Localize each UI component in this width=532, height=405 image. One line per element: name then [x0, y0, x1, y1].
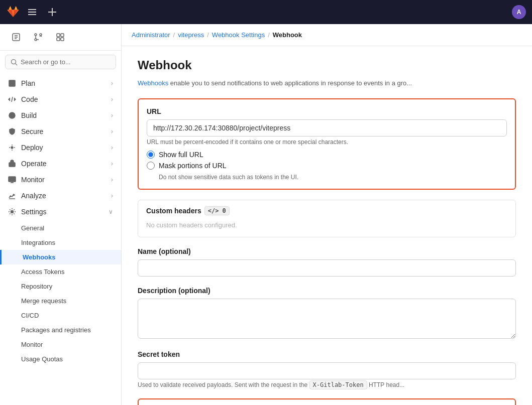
secret-token-section: Secret token Used to validate received p…	[138, 350, 516, 388]
sidebar-tab-activity[interactable]	[50, 28, 70, 46]
svg-rect-4	[48, 12, 56, 13]
mask-url-radio[interactable]	[147, 162, 155, 170]
sidebar-item-secure[interactable]: Secure ›	[0, 123, 121, 140]
chevron-right-icon: ›	[111, 144, 113, 151]
show-full-url-radio[interactable]	[147, 151, 155, 159]
breadcrumb-current: Webhook	[273, 31, 302, 39]
chevron-right-icon: ›	[111, 192, 113, 199]
secret-token-hint: Used to validate received payloads. Sent…	[138, 381, 516, 388]
webhooks-link[interactable]: Webhooks	[138, 79, 168, 87]
svg-rect-0	[28, 9, 36, 10]
monitor-icon	[8, 176, 16, 184]
url-input[interactable]	[147, 119, 507, 137]
svg-rect-12	[57, 34, 60, 37]
svg-line-17	[16, 63, 18, 65]
secret-token-input[interactable]	[138, 362, 516, 379]
analyze-icon	[8, 192, 16, 200]
sidebar-item-deploy[interactable]: Deploy ›	[0, 140, 121, 156]
chevron-right-icon: ›	[111, 160, 113, 167]
subnav-webhooks[interactable]: Webhooks	[0, 250, 121, 264]
description-textarea[interactable]	[138, 299, 516, 339]
sidebar-tabs	[0, 24, 121, 51]
subnav-merge-requests[interactable]: Merge requests	[0, 294, 121, 308]
breadcrumb-vitepress[interactable]: vitepress	[178, 31, 204, 39]
svg-rect-26	[9, 177, 16, 182]
search-box[interactable]: Search or go to...	[5, 55, 116, 69]
custom-headers-title: Custom headers </> 0	[146, 206, 507, 215]
subnav-packages[interactable]: Packages and registries	[0, 323, 121, 337]
new-item-button[interactable]	[44, 4, 60, 20]
description-label: Description (optional)	[138, 287, 516, 295]
url-section: URL URL must be percent-encoded if it co…	[138, 98, 516, 190]
url-visibility-options: Show full URL Mask portions of URL Do no…	[147, 151, 507, 181]
code-icon	[8, 95, 16, 103]
subnav-monitor[interactable]: Monitor	[0, 337, 121, 352]
secret-token-label: Secret token	[138, 350, 516, 358]
sidebar-item-operate[interactable]: Operate ›	[0, 156, 121, 172]
svg-point-24	[11, 147, 13, 149]
settings-subnav: General Integrations Webhooks Access Tok…	[0, 220, 121, 367]
svg-rect-1	[28, 12, 36, 13]
chevron-right-icon: ›	[111, 176, 113, 183]
sidebar-item-analyze[interactable]: Analyze ›	[0, 188, 121, 204]
url-hint: URL must be percent-encoded if it contai…	[147, 139, 507, 146]
name-section: Name (optional)	[138, 247, 516, 277]
page-title: Webhook	[138, 58, 516, 72]
mask-url-option[interactable]: Mask portions of URL	[147, 162, 507, 170]
sidebar-toggle[interactable]	[24, 4, 40, 20]
plan-icon	[8, 79, 16, 87]
main-content: Webhook Webhooks enable you to send noti…	[122, 46, 532, 405]
custom-headers-count: </> 0	[204, 206, 230, 215]
subnav-usage-quotas[interactable]: Usage Quotas	[0, 352, 121, 366]
show-full-url-option[interactable]: Show full URL	[147, 151, 507, 159]
sidebar-nav: Plan › Code › Build ›	[0, 73, 121, 405]
breadcrumb: Administrator / vitepress / Webhook Sett…	[122, 24, 532, 46]
subnav-integrations[interactable]: Integrations	[0, 235, 121, 250]
trigger-section: Trigger Push events All branches Wildcar…	[138, 398, 516, 406]
sidebar: Search or go to... Plan › Code ›	[0, 24, 122, 405]
svg-rect-14	[57, 38, 60, 41]
gitlab-logo[interactable]	[6, 5, 20, 20]
user-avatar[interactable]: A	[512, 5, 526, 19]
chevron-right-icon: ›	[111, 128, 113, 135]
sidebar-tab-project[interactable]	[6, 28, 26, 46]
custom-headers-section: Custom headers </> 0 No custom headers c…	[138, 200, 516, 237]
subnav-cicd[interactable]: CI/CD	[0, 308, 121, 323]
description-section: Description (optional)	[138, 287, 516, 340]
svg-rect-13	[61, 34, 64, 37]
deploy-icon	[8, 144, 16, 152]
name-label: Name (optional)	[138, 247, 516, 255]
sidebar-item-monitor[interactable]: Monitor ›	[0, 172, 121, 188]
svg-line-22	[12, 97, 13, 102]
shield-icon	[8, 127, 16, 136]
chevron-right-icon: ›	[111, 112, 113, 119]
url-label: URL	[147, 107, 507, 115]
operate-icon	[8, 160, 16, 168]
subnav-repository[interactable]: Repository	[0, 279, 121, 294]
sidebar-item-code[interactable]: Code ›	[0, 91, 121, 107]
sidebar-item-build[interactable]: Build ›	[0, 107, 121, 123]
svg-point-16	[12, 59, 16, 64]
build-icon	[8, 111, 16, 119]
name-input[interactable]	[138, 259, 516, 277]
chevron-down-icon: ∨	[109, 208, 113, 215]
svg-rect-25	[9, 163, 15, 167]
svg-point-30	[11, 211, 14, 213]
search-placeholder: Search or go to...	[21, 58, 71, 66]
intro-text: Webhooks enable you to send notification…	[138, 78, 516, 88]
subnav-access-tokens[interactable]: Access Tokens	[0, 264, 121, 279]
sidebar-item-settings[interactable]: Settings ∨	[0, 204, 121, 220]
settings-icon	[8, 208, 16, 216]
breadcrumb-administrator[interactable]: Administrator	[132, 31, 170, 39]
sidebar-tab-mr[interactable]	[28, 28, 48, 46]
sidebar-item-plan[interactable]: Plan ›	[0, 75, 121, 91]
subnav-general[interactable]: General	[0, 221, 121, 235]
chevron-right-icon: ›	[111, 80, 113, 87]
svg-point-9	[35, 34, 37, 36]
breadcrumb-webhook-settings[interactable]: Webhook Settings	[212, 31, 265, 39]
search-icon	[11, 59, 18, 66]
mask-url-hint: Do not show sensitive data such as token…	[147, 174, 507, 181]
custom-headers-placeholder: No custom headers configured.	[146, 215, 507, 231]
svg-rect-2	[28, 14, 36, 15]
chevron-right-icon: ›	[111, 96, 113, 103]
